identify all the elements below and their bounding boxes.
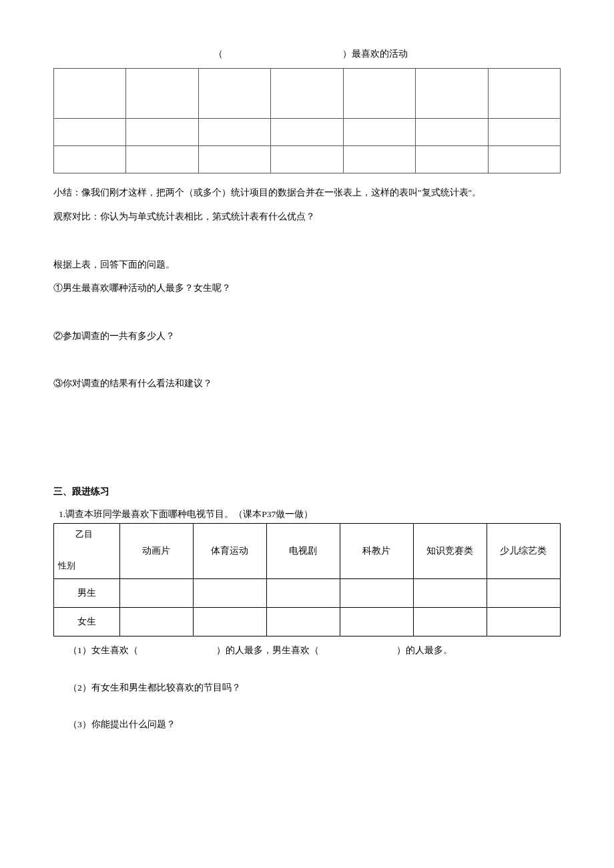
corner-top-label: 乙目: [75, 528, 93, 542]
exercise-1-intro: 1.调查本班同学最喜欢下面哪种电视节目。（课本P37做一做）: [59, 507, 561, 522]
sub-question-3: （3）你能提出什么问题？: [68, 717, 561, 732]
col-variety: 少儿综艺类: [487, 523, 560, 578]
col-cartoon: 动画片: [119, 523, 193, 578]
question-3: ③你对调查的结果有什么看法和建议？: [53, 376, 561, 391]
corner-bottom-label: 性别: [58, 559, 75, 573]
compare-text: 观察对比：你认为与单式统计表相比，第式统计表有什么优点？: [53, 209, 561, 224]
document-page: （ ）最喜欢的活动 小结：像我们刚才这样，把两个（或多个）统计项目的数据合并在一…: [0, 0, 614, 868]
sub-question-2: （2）有女生和男生都比较喜欢的节目吗？: [68, 681, 561, 695]
col-quiz: 知识竞赛类: [413, 523, 487, 578]
table-row: [54, 146, 561, 173]
question-2: ②参加调查的一共有多少人？: [53, 329, 561, 344]
corner-cell: 乙目 性别: [54, 523, 120, 578]
row-label-male: 男生: [54, 578, 120, 607]
col-drama: 电视剧: [266, 523, 340, 578]
sq1-part-c: ）的人最多。: [396, 645, 452, 655]
row-label-female: 女生: [54, 607, 120, 636]
tv-program-table: 乙目 性别 动画片 体育运动 电视剧 科教片 知识竞赛类 少儿综艺类 男生 女生: [53, 523, 561, 636]
table-row-male: 男生: [54, 578, 561, 607]
answer-prompt: 根据上表，回答下面的问题。: [53, 258, 561, 272]
col-science: 科教片: [340, 523, 413, 578]
title-bracket-close: ）最喜欢的活动: [342, 47, 408, 61]
table1-title: （ ）最喜欢的活动: [53, 47, 561, 61]
col-sports: 体育运动: [193, 523, 266, 578]
sq1-part-a: （1）女生喜欢（: [68, 645, 138, 655]
table-row-female: 女生: [54, 607, 561, 636]
table-header-row: 乙目 性别 动画片 体育运动 电视剧 科教片 知识竞赛类 少儿综艺类: [54, 523, 561, 578]
title-bracket-open: （: [214, 47, 223, 61]
table-row: [54, 119, 561, 146]
section-3-heading: 三、跟进练习: [53, 484, 561, 499]
sub-question-1: （1）女生喜欢（ ）的人最多，男生喜欢（ ）的人最多。: [68, 643, 561, 658]
summary-text: 小结：像我们刚才这样，把两个（或多个）统计项目的数据合并在一张表上，这样的表叫"…: [53, 185, 561, 200]
activity-table: [53, 68, 561, 173]
question-1: ①男生最喜欢哪种活动的人最多？女生呢？: [53, 281, 561, 296]
sq1-part-b: ）的人最多，男生喜欢（: [216, 645, 319, 655]
table-row: [54, 69, 561, 119]
